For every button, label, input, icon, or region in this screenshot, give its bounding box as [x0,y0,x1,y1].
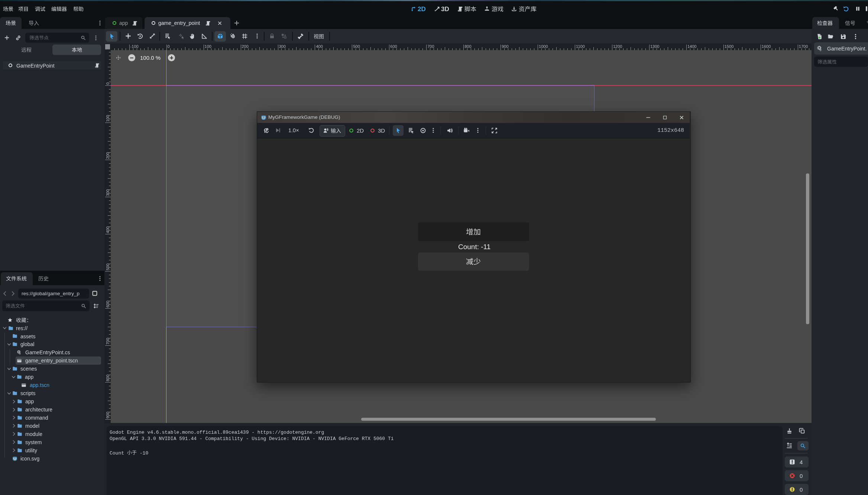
svg-text:500: 500 [106,263,110,270]
svg-text:200: 200 [106,152,110,159]
svg-text:0: 0 [106,82,110,85]
svg-text:300: 300 [106,189,110,196]
svg-text:600: 600 [106,300,110,307]
svg-text:700: 700 [106,338,110,344]
svg-text:800: 800 [106,375,110,381]
svg-text:400: 400 [106,226,110,233]
svg-text:#: # [19,352,21,355]
svg-text:900: 900 [106,412,110,419]
svg-text:#: # [820,48,822,52]
svg-text:100: 100 [106,115,110,121]
